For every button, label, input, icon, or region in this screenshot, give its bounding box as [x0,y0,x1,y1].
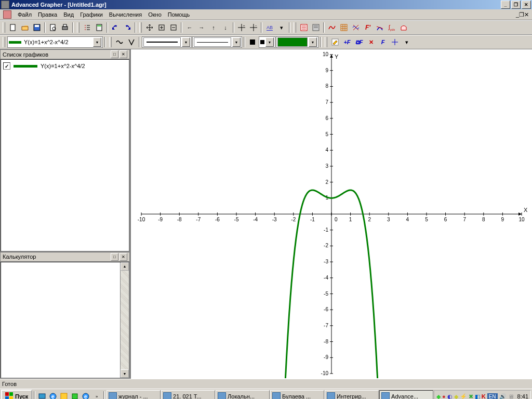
formula-dropdown[interactable]: Y(x)=1+x^2-x^4/2 ▼ [7,36,103,48]
clock[interactable]: 8:41 [517,393,528,399]
delete-func-icon[interactable]: ✕ [365,36,377,48]
dup-func-icon[interactable]: ⧉F [353,36,365,48]
tray-icon[interactable]: ✖ [469,393,473,400]
grid-icon[interactable] [338,22,350,33]
ql-yellow-icon[interactable] [59,391,69,399]
tray-icon[interactable]: ◐ [447,393,453,400]
graph-checkbox[interactable]: ✓ [3,62,10,70]
cross-wave-icon[interactable] [350,22,362,33]
tray-icon[interactable]: ◆ [454,393,458,400]
scroll-down-button[interactable]: ▼ [121,369,129,378]
arrow-left-icon[interactable]: ← [184,22,195,33]
grip-handle[interactable] [3,22,5,33]
start-button[interactable]: Пуск [1,390,32,399]
add-func-icon[interactable]: +F [341,36,353,48]
menu-help[interactable]: Помощь [165,11,193,18]
list-button[interactable] [82,22,93,33]
taskbar-item[interactable]: 21. 021 Т... [161,390,215,399]
grip-handle[interactable] [109,37,112,47]
area-icon[interactable] [398,22,409,33]
move-icon[interactable] [144,22,155,33]
menu-calc[interactable]: Вычисления [106,11,145,18]
ql-ie-icon[interactable]: e [48,391,58,399]
grip-handle[interactable] [3,37,5,47]
edit-props-icon[interactable] [329,36,341,48]
menu-edit[interactable]: Правка [35,11,60,18]
taskbar-item[interactable]: Advance... [379,390,433,399]
crosshair-plus-icon[interactable]: + [236,22,247,33]
line-color-dropdown[interactable]: ▼ [276,36,318,48]
taskbar-item[interactable]: Локальн... [216,390,270,399]
tray-icon[interactable]: 🖥 [508,393,514,399]
line-width-dropdown[interactable]: ▼ [192,36,242,48]
grip-handle[interactable] [294,22,296,33]
taskbar-item[interactable]: Интегрир... [325,390,379,399]
point-style-dropdown[interactable]: ▼ [259,36,275,48]
taskbar-item[interactable]: Булаева ... [270,390,324,399]
func-menu-icon[interactable]: F [377,36,389,48]
tray-icon[interactable]: ◆ [436,393,441,400]
save-button[interactable] [31,22,43,33]
crosshair-minus-icon[interactable]: − [248,22,259,33]
props-red-icon[interactable] [298,22,310,33]
graph-color-swatch [14,65,37,68]
menu-file[interactable]: Файл [15,11,35,18]
zoom-in-icon[interactable] [156,22,167,33]
derivative-icon[interactable]: F' [362,22,374,33]
plot-area[interactable]: XY-10-9-8-7-6-5-4-3-2-1012345678910-10-9… [131,49,532,379]
style-wave-icon[interactable] [114,36,125,48]
chevron-down-icon[interactable]: ▾ [276,22,287,33]
props-gray-icon[interactable] [310,22,322,33]
ql-green-icon[interactable] [70,391,80,399]
panel-dock-button[interactable]: □ [111,50,118,58]
grip-handle[interactable] [77,22,79,33]
menu-view[interactable]: Вид [60,11,77,18]
panel-dock-button[interactable]: □ [111,253,118,261]
calc-button[interactable] [94,22,105,33]
undo-button[interactable] [110,22,121,33]
wave-red-icon[interactable] [326,22,338,33]
calc-body[interactable]: ▲ ▼ [1,262,129,378]
open-button[interactable] [19,22,31,33]
maximize-button[interactable]: ❐ [511,1,521,9]
new-button[interactable] [7,22,19,33]
graph-list-item[interactable]: ✓ Y(x)=1+x^2-x^4/2 [1,60,129,71]
scrollbar[interactable]: ▲ ▼ [120,262,129,378]
ql-desktop-icon[interactable] [37,391,47,399]
menu-graphs[interactable]: Графики [77,11,106,18]
mdi-restore-button[interactable]: ❐ [519,11,524,18]
menu-window[interactable]: Окно [145,11,165,18]
tangent-icon[interactable] [374,22,385,33]
arrow-right-icon[interactable]: → [196,22,207,33]
scroll-up-button[interactable]: ▲ [121,262,129,271]
taskbar-item[interactable]: журнал - ... [107,390,161,399]
trace-icon[interactable] [389,36,401,48]
ql-ie2-icon[interactable]: e [81,391,91,399]
style-v-icon[interactable] [126,36,137,48]
arrow-down-icon[interactable]: ↓ [220,22,231,33]
grip-handle[interactable] [325,37,327,47]
tray-icon[interactable]: ● [442,393,446,399]
tray-icon[interactable]: ⚡ [460,393,467,400]
print-button[interactable] [59,22,71,33]
mdi-close-button[interactable]: ✕ [524,11,529,18]
close-button[interactable]: ✕ [522,1,531,9]
chevron-down-icon[interactable]: ▾ [401,36,413,48]
panel-close-button[interactable]: ✕ [119,50,127,58]
zoom-out-icon[interactable] [168,22,179,33]
integral-icon[interactable]: ∫ydx [386,22,397,33]
arrow-up-icon[interactable]: ↑ [208,22,219,33]
text-label-icon[interactable]: AB [264,22,275,33]
ql-expand-icon[interactable]: » [91,391,102,399]
redo-button[interactable] [122,22,133,33]
preview-button[interactable] [47,22,59,33]
tray-icon[interactable]: 🔊 [499,393,507,400]
tray-icon[interactable]: ◧ [475,393,480,400]
tray-icon[interactable]: K [482,393,486,399]
panel-close-button[interactable]: ✕ [119,253,127,261]
grip-handle[interactable] [139,22,142,33]
minimize-button[interactable]: _ [501,1,510,9]
point-square-icon[interactable] [247,36,258,48]
lang-indicator[interactable]: EN [487,393,498,400]
line-style-dropdown[interactable]: ▼ [142,36,192,48]
